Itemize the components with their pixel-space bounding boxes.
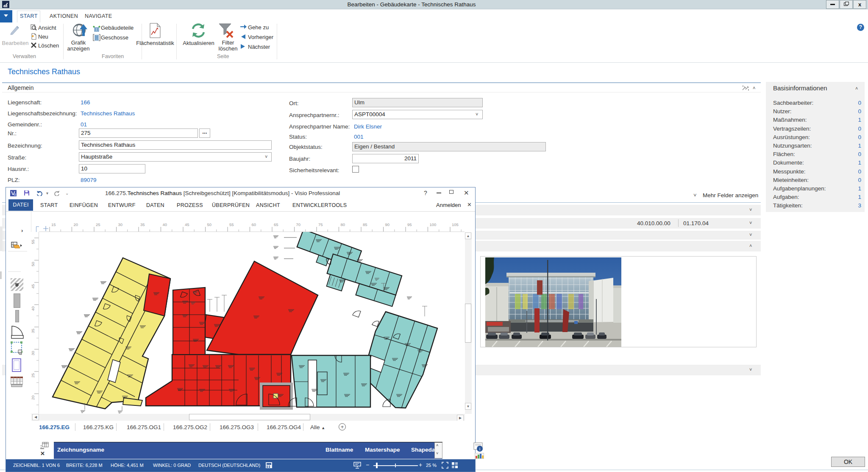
svg-text:60: 60 [252,222,256,227]
svg-text:i: i [479,446,480,451]
svg-text:40: 40 [31,307,35,311]
svg-text:30: 30 [118,222,123,227]
svg-text:40: 40 [163,222,167,227]
svg-text:65: 65 [274,222,278,227]
svg-text:50: 50 [31,262,35,267]
svg-text:105: 105 [452,222,459,227]
svg-text:45: 45 [185,222,189,227]
svg-text:55: 55 [31,240,35,244]
svg-text:15: 15 [51,222,56,227]
svg-text:70: 70 [296,222,301,227]
svg-text:95: 95 [407,222,412,227]
svg-text:45: 45 [31,284,35,289]
svg-text:80: 80 [341,222,345,227]
svg-text:20: 20 [31,396,35,400]
svg-text:35: 35 [31,329,35,333]
svg-text:55: 55 [229,222,234,227]
svg-text:25: 25 [96,222,100,227]
svg-text:30: 30 [31,351,35,356]
svg-text:20: 20 [74,222,78,227]
svg-text:50: 50 [207,222,212,227]
svg-text:90: 90 [385,222,390,227]
svg-text:85: 85 [363,222,367,227]
svg-text:75: 75 [318,222,323,227]
svg-text:100: 100 [430,222,437,227]
svg-text:25: 25 [31,373,35,378]
svg-text:35: 35 [140,222,145,227]
